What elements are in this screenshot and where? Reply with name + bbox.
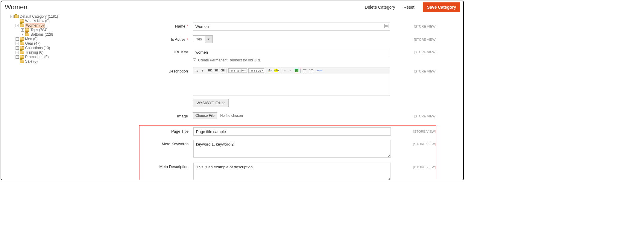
expand-icon[interactable]: + [21, 28, 24, 32]
bullet-list-icon[interactable] [302, 68, 307, 73]
tree-item[interactable]: +Gear (47) [16, 41, 88, 46]
delete-category-button[interactable]: Delete Category [365, 5, 395, 10]
folder-icon [20, 60, 24, 63]
name-input[interactable] [193, 22, 390, 31]
unlink-icon[interactable]: ⫘ [288, 68, 293, 73]
tree-label: Gear (47) [25, 41, 40, 46]
tree-label: What's New (0) [25, 19, 50, 23]
scope-is-active: [STORE VIEW] [414, 35, 436, 41]
scope-description: [STORE VIEW] [414, 67, 436, 73]
wysiwyg-toolbar: B I Font Family▾ Font Size▾ A▾ ab▾ ⫘ [193, 67, 390, 74]
chevron-down-icon: ▼ [205, 36, 212, 43]
folder-icon [20, 37, 24, 41]
number-list-icon[interactable] [309, 68, 313, 73]
expand-icon[interactable]: + [16, 46, 19, 50]
required-icon: * [187, 25, 188, 28]
font-family-select[interactable]: Font Family▾ [228, 68, 247, 73]
tree-item[interactable]: +Training (6) [16, 50, 88, 55]
scope-image: [STORE VIEW] [414, 112, 436, 118]
tree-item[interactable]: +Tops (784) [21, 28, 88, 32]
label-is-active: Is Active* [139, 35, 193, 42]
html-source-icon[interactable]: HTML [317, 68, 323, 73]
page-title-input[interactable] [193, 127, 391, 136]
reset-button[interactable]: Reset [403, 5, 414, 10]
folder-icon [20, 19, 24, 23]
tree-item[interactable]: Sale (0) [16, 59, 88, 64]
expand-icon[interactable]: + [16, 42, 19, 45]
label-meta-keywords: Meta Keywords [139, 140, 193, 146]
label-page-title: Page Title [139, 127, 193, 134]
folder-icon [20, 42, 24, 45]
align-left-icon[interactable] [208, 68, 212, 73]
scope-icon[interactable]: ▤ [384, 24, 388, 28]
tree-label: Default Category (1181) [20, 14, 58, 19]
align-center-icon[interactable] [214, 68, 219, 73]
expand-icon[interactable]: + [21, 33, 24, 36]
tree-label: Bottoms (228) [31, 32, 53, 37]
tree-label: Collections (13) [25, 46, 50, 50]
row-meta-keywords: Meta Keywords [STORE VIEW] [139, 140, 436, 158]
is-active-select[interactable]: Yes ▼ [193, 35, 213, 43]
collapse-icon[interactable]: - [10, 15, 13, 18]
tree-label: Sale (0) [25, 59, 38, 64]
folder-icon [25, 33, 29, 36]
bold-icon[interactable]: B [195, 68, 199, 73]
wysiwyg-body[interactable] [193, 74, 390, 96]
folder-icon [20, 46, 24, 50]
tree-toggle-blank [16, 60, 19, 63]
expand-icon[interactable]: + [16, 51, 19, 54]
save-category-button[interactable]: Save Category [423, 2, 460, 12]
tree-item[interactable]: +Collections (13) [16, 46, 88, 50]
label-name: Name* [139, 22, 193, 28]
meta-keywords-input[interactable] [193, 140, 391, 158]
required-icon: * [187, 38, 188, 41]
tree-item[interactable]: -Default Category (1181) [10, 14, 88, 19]
tree-item[interactable]: +Bottoms (228) [21, 32, 88, 37]
scope-page-title: [STORE VIEW] [413, 127, 436, 133]
tree-label: Promotions (0) [25, 55, 49, 59]
align-right-icon[interactable] [220, 68, 225, 73]
category-tree: -Default Category (1181)What's New (0)-W… [10, 14, 88, 64]
folder-icon [14, 15, 19, 18]
row-url-key: URL Key ✓ Create Permanent Redirect for … [139, 48, 436, 62]
redirect-checkbox[interactable]: ✓ [193, 58, 196, 62]
choose-file-button[interactable]: Choose File [193, 112, 217, 119]
header-actions: Delete Category Reset Save Category [365, 2, 460, 12]
row-meta-description: Meta Description [STORE VIEW] [139, 163, 436, 180]
expand-icon[interactable]: + [16, 37, 19, 41]
meta-description-input[interactable] [193, 163, 391, 180]
app-frame: Women Delete Category Reset Save Categor… [1, 1, 464, 180]
label-meta-description: Meta Description [139, 163, 193, 169]
seo-highlight-box: Page Title [STORE VIEW] Meta Keywords [S… [139, 125, 436, 180]
file-state: No file chosen [220, 114, 243, 118]
wysiwyg-editor-button[interactable]: WYSIWYG Editor [193, 99, 229, 107]
bg-color-icon[interactable]: ab▾ [274, 68, 280, 73]
row-name: Name* ▤ [STORE VIEW] [139, 22, 436, 31]
text-color-icon[interactable]: A▾ [268, 68, 272, 73]
label-description: Description [139, 67, 193, 73]
row-page-title: Page Title [STORE VIEW] [139, 127, 436, 136]
row-image: Image Choose File No file chosen [STORE … [139, 112, 436, 118]
tree-item[interactable]: +Men (0) [16, 37, 88, 41]
scope-meta-keywords: [STORE VIEW] [413, 140, 436, 146]
collapse-icon[interactable]: - [16, 24, 19, 27]
font-size-select[interactable]: Font Size▾ [248, 68, 264, 73]
expand-icon[interactable]: + [16, 55, 19, 59]
link-icon[interactable]: ⫘ [283, 68, 287, 73]
tree-item[interactable]: +Promotions (0) [16, 55, 88, 59]
label-image: Image [139, 112, 193, 118]
image-icon[interactable] [294, 68, 299, 73]
tree-item[interactable]: -Women (0) [16, 23, 88, 28]
folder-icon [20, 51, 24, 54]
tree-label: Training (6) [25, 50, 43, 55]
url-key-input[interactable] [193, 48, 390, 56]
wysiwyg-editor[interactable]: B I Font Family▾ Font Size▾ A▾ ab▾ ⫘ [193, 67, 390, 96]
tree-label: Women (0) [25, 23, 45, 28]
tree-item[interactable]: What's New (0) [16, 19, 88, 23]
page-title: Women [5, 3, 27, 11]
italic-icon[interactable]: I [200, 68, 204, 73]
scope-name: [STORE VIEW] [414, 22, 436, 28]
page-header: Women Delete Category Reset Save Categor… [1, 1, 463, 14]
row-description: Description B I Font Family▾ Font Size▾ [139, 67, 436, 107]
label-url-key: URL Key [139, 48, 193, 54]
